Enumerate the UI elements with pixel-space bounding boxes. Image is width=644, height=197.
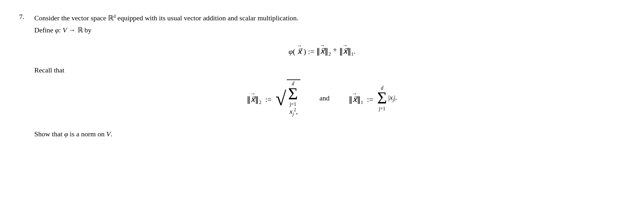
norm1-part: ‖x⃗‖1. — [339, 43, 356, 57]
plus-sign: + — [333, 45, 337, 54]
vec-x-def1: x⃗ — [352, 91, 357, 104]
sqrt-container: √ d Σ j=1 xj2, — [275, 79, 300, 117]
norm1-formula: ‖x⃗‖1 := d Σ j=1 |xj|. — [349, 85, 397, 111]
problem-line1: Consider the vector space ℝd equipped wi… — [34, 13, 299, 24]
problem-header: 7. Consider the vector space ℝd equipped… — [19, 13, 625, 37]
sub-j1: j — [393, 98, 394, 103]
sqrt-symbol: √ — [275, 89, 286, 109]
sub-2: 2 — [328, 51, 331, 56]
sup-d-text: d — [113, 14, 116, 19]
norm2-lhs: ‖x⃗‖2 := — [247, 91, 272, 105]
sqrt-content: d Σ j=1 xj2, — [287, 79, 300, 117]
sum1-container: d Σ j=1 |xj|. — [377, 85, 397, 111]
norm1-lhs: ‖x⃗‖1 := — [349, 91, 373, 105]
recall-formulas: ‖x⃗‖2 := √ d Σ j=1 xj2, — [19, 79, 625, 117]
V-show: V — [106, 130, 111, 138]
sigma-char-2: Σ — [288, 86, 298, 102]
phi-symbol-intro: φ — [55, 26, 59, 34]
sigma-norm1: d Σ j=1 — [377, 85, 387, 111]
recall-label: Recall that — [34, 66, 625, 74]
sigma-char-1: Σ — [377, 91, 387, 106]
sub2-def: 2 — [259, 99, 261, 105]
sigma-below-j1: j=1 — [290, 101, 296, 107]
sum-term-norm1: |xj|. — [388, 93, 397, 103]
sigma1-below-j1: j=1 — [379, 106, 385, 111]
phi-show: φ — [64, 130, 68, 138]
vec-x-phi: x⃗ — [297, 43, 302, 56]
vec-x-norm2: x⃗ — [320, 43, 325, 56]
phi-func: φ( x⃗ ) := — [289, 43, 314, 56]
problem-block: 7. Consider the vector space ℝd equipped… — [19, 13, 625, 138]
problem-line2: Define φ: V → ℝ by — [34, 25, 299, 36]
recall-section: Recall that ‖x⃗‖2 := √ d Σ — [19, 66, 625, 124]
norm2-part: ‖x⃗‖2 — [316, 43, 331, 57]
page-content: 7. Consider the vector space ℝd equipped… — [19, 13, 625, 138]
vec-x-norm1: x⃗ — [343, 43, 347, 56]
and-word: and — [319, 94, 330, 102]
V-symbol: V — [63, 26, 67, 34]
sub1-def: 1 — [361, 99, 363, 105]
problem-number: 7. — [19, 13, 29, 21]
norm2-formula: ‖x⃗‖2 := √ d Σ j=1 xj2, — [247, 79, 300, 117]
phi-formula-display: φ( x⃗ ) := ‖x⃗‖2 + ‖x⃗‖1. — [289, 43, 356, 57]
vec-x-def2: x⃗ — [251, 91, 255, 104]
show-line: Show that φ is a norm on V. — [34, 130, 625, 138]
sigma-norm2: d Σ j=1 — [288, 81, 298, 107]
sum-term-norm2: xj2, — [289, 107, 298, 117]
phi-definition-formula: φ( x⃗ ) := ‖x⃗‖2 + ‖x⃗‖1. — [19, 43, 625, 57]
sup-d: d — [113, 14, 116, 19]
sup-2: 2 — [294, 107, 296, 112]
problem-text: Consider the vector space ℝd equipped wi… — [34, 13, 299, 37]
sub-1: 1 — [351, 51, 354, 56]
